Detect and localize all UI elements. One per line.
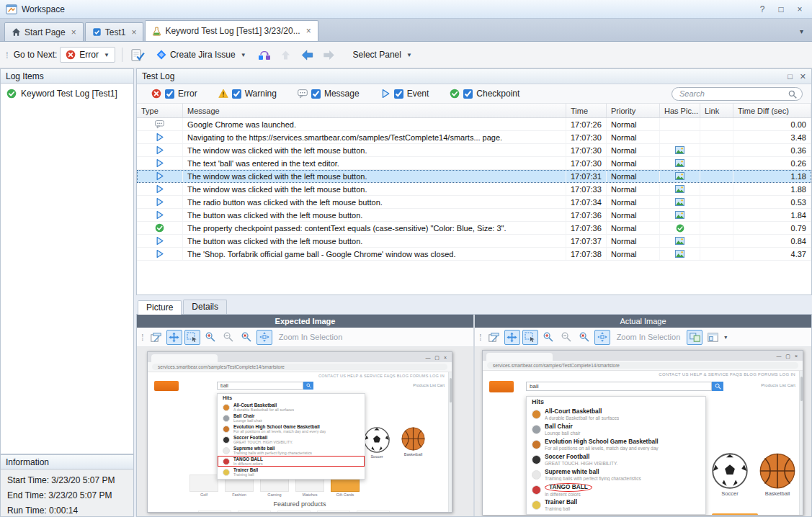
log-items-tree-item[interactable]: Keyword Test Log [Test1] (4, 87, 130, 100)
copy-image-icon[interactable] (486, 330, 502, 345)
log-has-picture (660, 248, 700, 260)
category-label: Fashion (232, 493, 246, 497)
filter-error[interactable]: Error (143, 89, 210, 99)
zoom-reset-icon[interactable] (576, 330, 592, 345)
panel-close-icon[interactable]: ✕ (800, 72, 806, 81)
log-row[interactable]: The window was clicked with the left mou… (137, 144, 811, 157)
zoom-fit-icon[interactable] (256, 330, 272, 345)
suggestion-item: TANGO BALLIn different colors (218, 456, 365, 467)
log-row[interactable]: The radio button was clicked with the le… (137, 196, 811, 209)
browser-scrollbar[interactable] (799, 371, 803, 515)
log-row[interactable]: The window was clicked with the left mou… (137, 183, 811, 196)
column-header-time-diff-sec[interactable]: Time Diff (sec) (733, 104, 811, 117)
filter-checkpoint[interactable]: Checkpoint (441, 89, 532, 99)
help-icon[interactable]: ? (757, 4, 767, 14)
product-name: Evolution High School Game Basketball (545, 439, 659, 446)
event-icon (155, 132, 164, 142)
tab-picture[interactable]: Picture (138, 300, 182, 315)
zoom-in-icon[interactable] (202, 330, 218, 345)
message-icon (298, 89, 308, 99)
log-link (700, 157, 733, 169)
select-panel-button[interactable]: Select Panel ▼ (347, 47, 418, 63)
zoom-out-icon[interactable] (558, 330, 574, 345)
panel-float-icon[interactable]: □ (788, 72, 793, 81)
tab-keyword-test-log-test1-3-23-20[interactable]: Keyword Test Log [Test1] 3/23/20...× (145, 20, 318, 41)
product-desc: For all positions on all levels, match d… (545, 446, 659, 451)
close-icon[interactable]: × (795, 4, 805, 14)
log-time: 17:07:34 (566, 196, 607, 208)
filter-checkbox-event[interactable] (394, 89, 403, 99)
zoom-out-icon[interactable] (220, 330, 236, 345)
tab-close-icon[interactable]: × (306, 26, 311, 36)
actual-image-canvas[interactable]: — ▢ ×services.smartbear.com/samples/Test… (475, 347, 811, 516)
previous-result-icon[interactable] (298, 46, 317, 63)
suggestion-item: Trainer BallTraining ball (218, 467, 365, 477)
left-sidebar: Log Items Keyword Test Log [Test1] Infor… (0, 68, 134, 517)
product-desc: Training balls with perfect flying chara… (233, 451, 312, 455)
filter-event[interactable]: Event (372, 89, 442, 99)
pan-tool-icon[interactable] (166, 330, 182, 345)
toolbar-grip[interactable]: ⁞ (479, 332, 482, 343)
picture-icon (675, 211, 684, 219)
select-tool-icon[interactable] (522, 330, 538, 345)
tab-list-dropdown-icon[interactable]: ▾ (797, 27, 806, 35)
select-panel-label: Select Panel (353, 50, 401, 60)
tab-close-icon[interactable]: × (131, 27, 136, 37)
log-message: The property checkpoint passed: contentT… (183, 222, 566, 234)
log-link (700, 144, 733, 156)
copy-image-icon[interactable] (148, 330, 164, 345)
tab-details[interactable]: Details (183, 300, 227, 314)
log-row[interactable]: The property checkpoint passed: contentT… (137, 222, 811, 235)
filter-warning[interactable]: Warning (210, 89, 289, 99)
filter-message[interactable]: Message (289, 89, 372, 99)
zoom-reset-icon[interactable] (238, 330, 254, 345)
compare-images-icon[interactable] (687, 330, 702, 345)
zoom-fit-icon[interactable] (594, 330, 610, 345)
push-to-jira-icon[interactable] (255, 46, 274, 63)
export-results-icon[interactable] (129, 46, 148, 63)
filter-checkbox-error[interactable] (165, 89, 174, 99)
log-row[interactable]: The 'Shop. Torfabrik official game ball … (137, 248, 811, 261)
column-header-priority[interactable]: Priority (607, 104, 660, 117)
product-text: Evolution High School Game BasketballFor… (233, 424, 326, 433)
filter-checkbox-checkpoint[interactable] (463, 89, 473, 99)
main-content: Test Log □ ✕ ErrorWarningMessageEventChe… (134, 68, 812, 517)
column-header-time[interactable]: Time (566, 104, 607, 117)
log-link (700, 170, 733, 182)
basketball-image-label: Basketball (404, 452, 422, 457)
log-row[interactable]: The button was clicked with the left mou… (137, 209, 811, 222)
log-row[interactable]: The button was clicked with the left mou… (137, 235, 811, 248)
tab-test1[interactable]: Test1× (85, 22, 144, 41)
next-result-icon[interactable] (320, 46, 339, 63)
select-tool-icon[interactable] (184, 330, 200, 345)
column-header-link[interactable]: Link (700, 104, 733, 117)
category-label: Gaming (267, 493, 281, 497)
go-to-next-error-button[interactable]: Error ▼ (60, 47, 115, 63)
log-time: 17:07:31 (566, 170, 607, 182)
log-row[interactable]: The window was clicked with the left mou… (137, 170, 811, 183)
tab-close-icon[interactable]: × (71, 27, 76, 37)
search-input[interactable] (672, 87, 803, 101)
expected-image-canvas[interactable]: — ▢ ×services.smartbear.com/samples/Test… (137, 347, 473, 516)
tab-start-page[interactable]: Start Page× (4, 22, 84, 41)
log-row[interactable]: Google Chrome was launched.17:07:26Norma… (137, 118, 811, 131)
product-thumbnail (223, 458, 230, 465)
browser-scrollbar[interactable] (448, 372, 452, 512)
maximize-icon[interactable]: □ (776, 4, 786, 14)
go-up-icon[interactable] (277, 46, 295, 63)
log-row[interactable]: The text 'ball' was entered in the text … (137, 157, 811, 170)
column-header-has-pic[interactable]: Has Pic... (660, 104, 700, 117)
product-thumbnail (532, 470, 541, 480)
pan-tool-icon[interactable] (504, 330, 520, 345)
create-jira-issue-button[interactable]: Create Jira Issue ▼ (151, 47, 252, 63)
log-row[interactable]: Navigating to the https://services.smart… (137, 131, 811, 144)
view-options-icon[interactable] (705, 330, 720, 345)
column-header-type[interactable]: Type (137, 104, 183, 117)
zoom-in-icon[interactable] (540, 330, 556, 345)
chevron-down-icon[interactable]: ▾ (724, 334, 727, 341)
toolbar-grip[interactable]: ⁞ (6, 50, 9, 60)
filter-checkbox-warning[interactable] (232, 89, 241, 99)
filter-checkbox-message[interactable] (311, 89, 321, 99)
column-header-message[interactable]: Message (183, 104, 566, 117)
toolbar-grip[interactable]: ⁞ (141, 332, 144, 343)
